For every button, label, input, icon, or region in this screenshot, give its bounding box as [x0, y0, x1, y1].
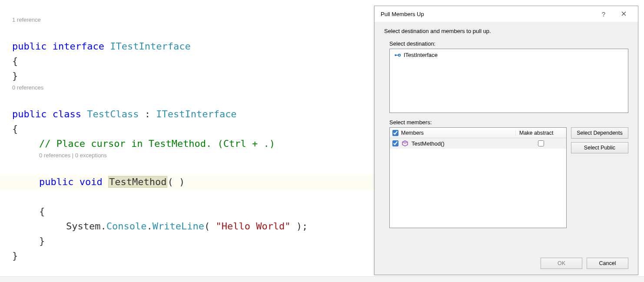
- dot: .: [100, 221, 106, 232]
- code-editor[interactable]: 1 reference public interface ITestInterf…: [0, 0, 374, 276]
- dialog-title: Pull Members Up: [381, 11, 594, 17]
- svg-point-2: [398, 54, 401, 56]
- ok-button[interactable]: OK: [541, 258, 582, 269]
- destination-item-label: ITestInterface: [404, 52, 438, 58]
- comment-line: // Place cursor in TestMethod. (Ctrl + .…: [39, 138, 275, 149]
- keyword-public: public: [12, 41, 46, 52]
- select-public-button[interactable]: Select Public: [571, 142, 628, 153]
- codelens-interface[interactable]: 1 reference: [12, 16, 374, 24]
- member-row-label: TestMethod(): [412, 140, 445, 147]
- editor-status-strip: [0, 276, 644, 282]
- keyword-public: public: [39, 176, 73, 187]
- type-writeline: WriteLine: [153, 221, 204, 232]
- keyword-public: public: [12, 109, 46, 119]
- keyword-class: class: [53, 109, 81, 119]
- method-icon: [402, 140, 408, 146]
- pull-members-up-dialog: Pull Members Up ? Select destination and…: [374, 6, 638, 275]
- codelens-class[interactable]: 0 references: [12, 83, 374, 92]
- member-row-checkbox[interactable]: [392, 140, 398, 146]
- cancel-button[interactable]: Cancel: [587, 258, 628, 269]
- ident-system: System: [66, 221, 100, 232]
- select-all-members-checkbox[interactable]: [392, 130, 398, 136]
- interface-icon: [394, 53, 401, 58]
- type-itestinterface-impl: ITestInterface: [156, 109, 236, 119]
- help-icon[interactable]: ?: [594, 10, 614, 18]
- destination-label: Select destination:: [389, 40, 628, 47]
- paren-close-semi: );: [291, 221, 308, 232]
- highlighted-method-name[interactable]: TestMethod: [108, 176, 167, 188]
- destination-item[interactable]: ITestInterface: [392, 51, 625, 59]
- dialog-footer: OK Cancel: [375, 252, 638, 275]
- make-abstract-checkbox[interactable]: [538, 140, 544, 146]
- type-console: Console: [106, 221, 147, 232]
- svg-marker-4: [402, 141, 408, 143]
- select-dependents-button[interactable]: Select Dependents: [571, 127, 628, 139]
- brace-close: }: [12, 70, 18, 81]
- dialog-instructions: Select destination and members to pull u…: [384, 28, 628, 34]
- brace-open: {: [39, 206, 45, 217]
- members-label: Select members:: [389, 119, 628, 126]
- dialog-titlebar[interactable]: Pull Members Up ?: [375, 6, 638, 22]
- brace-open: {: [12, 56, 18, 66]
- type-colon: :: [139, 109, 156, 119]
- dialog-body: Select destination and members to pull u…: [375, 22, 638, 252]
- dot: .: [146, 221, 152, 232]
- paren-open-space: (: [204, 221, 216, 232]
- members-grid[interactable]: Members Make abstract TestMethod(): [389, 127, 567, 228]
- brace-open: {: [12, 123, 18, 134]
- brace-close: }: [12, 250, 18, 261]
- keyword-void: void: [80, 176, 103, 187]
- type-testclass: TestClass: [87, 109, 139, 119]
- brace-close: }: [39, 236, 45, 246]
- svg-point-0: [395, 54, 396, 56]
- keyword-interface: interface: [53, 41, 104, 52]
- column-members-label: Members: [401, 130, 424, 136]
- close-icon[interactable]: [614, 11, 634, 17]
- destination-listbox[interactable]: ITestInterface: [389, 49, 628, 113]
- string-literal: "Hello World": [216, 221, 290, 232]
- type-itestinterface: ITestInterface: [110, 41, 190, 52]
- column-abstract-label: Make abstract: [516, 130, 566, 136]
- paren-pair: ( ): [167, 176, 185, 187]
- grid-header: Members Make abstract: [390, 128, 566, 138]
- codelens-method[interactable]: 0 references | 0 exceptions: [12, 151, 374, 160]
- member-row[interactable]: TestMethod(): [390, 138, 566, 149]
